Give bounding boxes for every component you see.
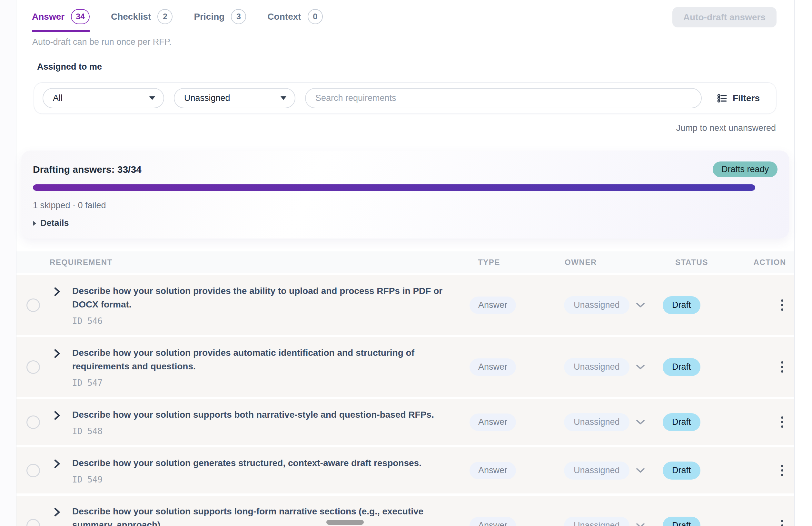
kebab-menu-icon[interactable] [779, 463, 785, 478]
type-badge: Answer [469, 297, 516, 314]
status-badge: Draft [663, 462, 700, 480]
requirement-title[interactable]: Describe how your solution provides the … [72, 284, 459, 311]
assigned-to-me-label: Assigned to me [37, 62, 794, 72]
status-badge: Draft [663, 413, 700, 431]
row-checkbox[interactable] [27, 416, 40, 429]
table-row: Describe how your solution provides the … [16, 275, 794, 335]
progress-sub-text: 1 skipped · 0 failed [33, 200, 778, 210]
requirement-title[interactable]: Describe how your solution generates str… [72, 456, 421, 470]
table-header: Requirement Type Owner Status Action [16, 251, 794, 273]
tab-answer[interactable]: Answer 34 [32, 9, 90, 32]
horizontal-scrollbar-thumb[interactable] [327, 520, 364, 525]
left-rail [0, 0, 16, 526]
type-badge: Answer [469, 517, 516, 526]
status-badge: Draft [663, 296, 700, 314]
chevron-down-icon[interactable] [636, 364, 645, 370]
filter-sliders-icon [716, 93, 727, 104]
owner-select[interactable]: Unassigned [564, 358, 629, 376]
column-header-owner: Owner [564, 258, 663, 267]
caret-down-icon [280, 96, 286, 100]
requirement-list: Describe how your solution provides the … [16, 275, 794, 526]
owner-select[interactable]: Unassigned [564, 413, 629, 431]
tab-label: Answer [32, 12, 64, 22]
auto-draft-answers-button[interactable]: Auto-draft answers [672, 7, 777, 27]
row-checkbox[interactable] [27, 464, 40, 477]
chevron-right-icon[interactable] [54, 349, 61, 358]
kebab-menu-icon[interactable] [779, 298, 785, 313]
type-badge: Answer [469, 462, 516, 479]
tab-count-badge: 3 [231, 9, 246, 24]
row-checkbox[interactable] [27, 519, 40, 526]
drafting-progress-card: Drafting answers: 33/34 Drafts ready 1 s… [21, 151, 789, 239]
rfp-panel: Answer 34 Checklist 2 Pricing 3 Context … [16, 0, 795, 526]
tab-label: Pricing [194, 12, 224, 22]
column-header-type: Type [469, 258, 564, 267]
tab-label: Checklist [111, 12, 151, 22]
owner-select[interactable]: Unassigned [564, 296, 629, 314]
requirement-title[interactable]: Describe how your solution supports both… [72, 408, 434, 422]
caret-down-icon [149, 96, 155, 100]
column-header-status: Status [663, 258, 754, 267]
tab-count-badge: 2 [157, 9, 173, 24]
owner-select[interactable]: Unassigned [564, 517, 629, 526]
kebab-menu-icon[interactable] [779, 359, 785, 375]
requirement-id: ID 549 [72, 475, 421, 484]
tab-label: Context [267, 12, 301, 22]
chevron-right-icon[interactable] [54, 411, 61, 420]
tab-checklist[interactable]: Checklist 2 [111, 9, 173, 32]
requirement-id: ID 547 [72, 378, 459, 388]
column-header-requirement: Requirement [16, 258, 469, 267]
table-row: Describe how your solution provides auto… [16, 337, 794, 397]
status-badge: Draft [663, 517, 700, 526]
tab-pricing[interactable]: Pricing 3 [194, 9, 246, 32]
chevron-down-icon[interactable] [636, 419, 645, 425]
table-row: Describe how your solution supports long… [16, 496, 794, 526]
requirement-id: ID 546 [72, 316, 459, 326]
filters-button-label: Filters [733, 93, 760, 103]
tab-bar: Answer 34 Checklist 2 Pricing 3 Context … [16, 0, 794, 32]
requirement-title[interactable]: Describe how your solution supports long… [72, 505, 459, 526]
chevron-down-icon[interactable] [636, 468, 645, 473]
owner-select[interactable]: Unassigned [564, 462, 629, 480]
chevron-down-icon[interactable] [636, 302, 645, 308]
drafting-progress-title: Drafting answers: 33/34 [33, 164, 142, 175]
auto-draft-note: Auto-draft can be run once per RFP. [32, 37, 794, 47]
chevron-right-icon[interactable] [54, 459, 61, 469]
filters-button[interactable]: Filters [715, 92, 762, 104]
details-caret-icon [33, 221, 36, 226]
details-toggle[interactable]: Details [33, 218, 778, 228]
requirement-title[interactable]: Describe how your solution provides auto… [72, 346, 459, 373]
search-input[interactable] [305, 88, 702, 108]
kebab-menu-icon[interactable] [779, 518, 785, 526]
table-row: Describe how your solution supports both… [16, 399, 794, 445]
progress-bar-fill [33, 184, 755, 191]
type-badge: Answer [469, 358, 516, 376]
filter-bar: All Unassigned Filters [33, 82, 777, 114]
tab-count-badge: 0 [308, 9, 323, 24]
row-checkbox[interactable] [27, 299, 40, 312]
owner-filter-select[interactable]: Unassigned [174, 88, 295, 108]
chevron-right-icon[interactable] [54, 507, 61, 517]
type-badge: Answer [469, 414, 516, 431]
chevron-right-icon[interactable] [54, 287, 61, 297]
chevron-down-icon[interactable] [636, 523, 645, 526]
requirement-id: ID 548 [72, 426, 434, 436]
drafts-ready-badge: Drafts ready [713, 162, 778, 177]
status-badge: Draft [663, 358, 700, 376]
column-header-action: Action [753, 258, 794, 267]
table-row: Describe how your solution generates str… [16, 447, 794, 494]
tab-count-badge: 34 [71, 9, 90, 24]
details-label: Details [40, 218, 69, 228]
type-filter-select[interactable]: All [43, 88, 164, 108]
type-filter-value: All [53, 93, 62, 103]
owner-filter-value: Unassigned [184, 93, 230, 103]
jump-to-next-unanswered-link[interactable]: Jump to next unanswered [16, 123, 776, 133]
row-checkbox[interactable] [27, 360, 40, 374]
tab-context[interactable]: Context 0 [267, 9, 322, 32]
kebab-menu-icon[interactable] [779, 415, 785, 430]
progress-bar-track [33, 184, 778, 191]
